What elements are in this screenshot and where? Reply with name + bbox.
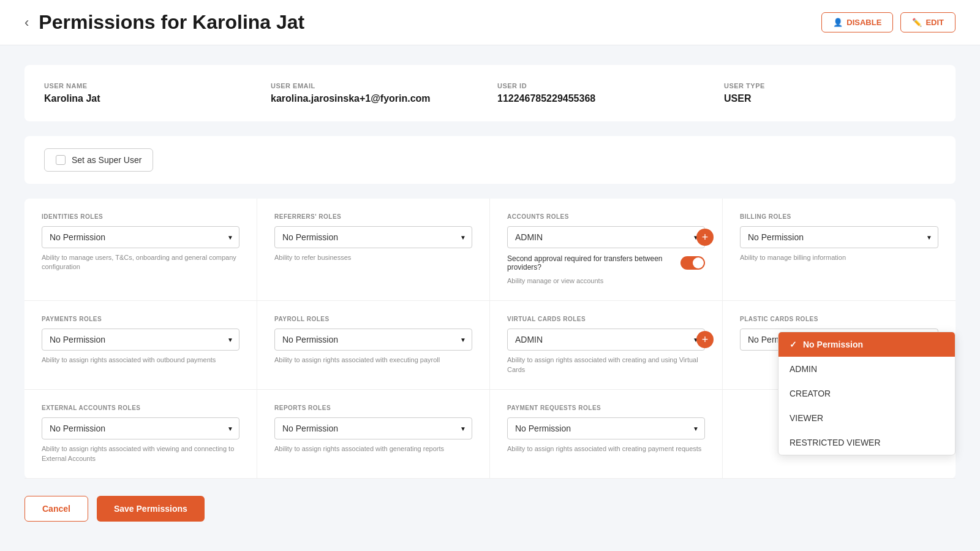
billing-roles-cell: BILLING ROLES No Permission ADMIN CREATO… (723, 199, 956, 301)
accounts-roles-label: ACCOUNTS ROLES (507, 213, 705, 220)
cancel-button[interactable]: Cancel (24, 496, 88, 522)
payment-requests-select-wrapper: No Permission ADMIN CREATOR VIEWER RESTR… (507, 417, 705, 439)
user-email-value: karolina.jarosinska+1@fyorin.com (271, 93, 431, 104)
back-button[interactable]: ‹ (24, 15, 29, 31)
identities-roles-cell: IDENTITIES ROLES No Permission ADMIN CRE… (24, 199, 257, 301)
payment-requests-description: Ability to assign rights associated with… (507, 444, 705, 454)
user-id-label: USER ID (497, 82, 709, 89)
disable-label: DISABLE (846, 18, 881, 27)
external-accounts-roles-label: EXTERNAL ACCOUNTS ROLES (42, 405, 239, 411)
user-email-field: USER EMAIL karolina.jarosinska+1@fyorin.… (271, 82, 483, 104)
plastic-cards-dropdown-overlay: ✓ No Permission ADMIN CREATOR VIEWER RES… (778, 332, 956, 455)
reports-description: Ability to assign rights associated with… (274, 444, 472, 454)
external-accounts-select[interactable]: No Permission ADMIN CREATOR VIEWER RESTR… (42, 417, 239, 439)
payroll-roles-cell: PAYROLL ROLES No Permission ADMIN CREATO… (257, 301, 490, 390)
user-name-field: USER NAME Karolina Jat (44, 82, 256, 104)
accounts-select[interactable]: No Permission ADMIN CREATOR VIEWER RESTR… (507, 226, 705, 248)
user-info-section: USER NAME Karolina Jat USER EMAIL karoli… (24, 65, 956, 121)
payroll-roles-label: PAYROLL ROLES (274, 316, 472, 322)
virtual-cards-description: Ability to assign rights associated with… (507, 355, 705, 374)
super-user-button[interactable]: Set as Super User (44, 148, 153, 172)
referrers-select-wrapper: No Permission ADMIN CREATOR VIEWER RESTR… (274, 226, 472, 248)
dropdown-option-admin[interactable]: ADMIN (778, 357, 955, 381)
payments-select-wrapper: No Permission ADMIN CREATOR VIEWER RESTR… (42, 329, 239, 351)
main-content: USER NAME Karolina Jat USER EMAIL karoli… (0, 45, 980, 549)
edit-label: EDIT (925, 18, 944, 27)
disable-icon: 👤 (833, 18, 843, 27)
referrers-description: Ability to refer businesses (274, 253, 472, 262)
reports-select-wrapper: No Permission ADMIN CREATOR VIEWER RESTR… (274, 417, 472, 439)
payment-requests-roles-label: PAYMENT REQUESTS ROLES (507, 405, 705, 411)
payments-roles-label: PAYMENTS ROLES (42, 316, 239, 322)
user-type-label: USER TYPE (724, 82, 936, 89)
edit-icon: ✏️ (912, 18, 922, 27)
reports-roles-cell: REPORTS ROLES No Permission ADMIN CREATO… (257, 390, 490, 479)
user-name-label: USER NAME (44, 82, 256, 89)
virtual-cards-roles-label: VIRTUAL CARDS ROLES (507, 316, 705, 322)
user-id-field: USER ID 112246785229455368 (497, 82, 709, 104)
payment-requests-roles-cell: PAYMENT REQUESTS ROLES No Permission ADM… (490, 390, 723, 479)
save-button[interactable]: Save Permissions (97, 496, 205, 522)
referrers-roles-cell: REFERRERS' ROLES No Permission ADMIN CRE… (257, 199, 490, 301)
header-actions: 👤 DISABLE ✏️ EDIT (821, 12, 956, 32)
header-left: ‹ Permissions for Karolina Jat (24, 11, 304, 34)
referrers-select[interactable]: No Permission ADMIN CREATOR VIEWER RESTR… (274, 226, 472, 248)
accounts-description: Ability manage or view accounts (507, 276, 705, 286)
accounts-toggle-label: Second approval required for transfers b… (507, 254, 676, 272)
identities-description: Ability to manage users, T&Cs, onboardin… (42, 253, 239, 272)
accounts-select-wrapper: No Permission ADMIN CREATOR VIEWER RESTR… (507, 226, 705, 248)
external-accounts-select-wrapper: No Permission ADMIN CREATOR VIEWER RESTR… (42, 417, 239, 439)
payments-roles-cell: PAYMENTS ROLES No Permission ADMIN CREAT… (24, 301, 257, 390)
accounts-toggle[interactable] (680, 256, 705, 270)
edit-button[interactable]: ✏️ EDIT (900, 12, 956, 32)
virtual-cards-select-wrapper: No Permission ADMIN CREATOR VIEWER RESTR… (507, 329, 705, 351)
dropdown-option-no-permission[interactable]: ✓ No Permission (778, 332, 955, 357)
super-user-label: Set as Super User (72, 155, 141, 165)
super-user-checkbox[interactable] (56, 155, 66, 165)
dropdown-option-restricted-viewer-label: RESTRICTED VIEWER (790, 438, 881, 447)
virtual-cards-select[interactable]: No Permission ADMIN CREATOR VIEWER RESTR… (507, 329, 705, 351)
dropdown-option-creator[interactable]: CREATOR (778, 381, 955, 406)
payroll-description: Ability to assign rights associated with… (274, 355, 472, 365)
dropdown-option-viewer-label: VIEWER (790, 413, 823, 423)
virtual-cards-roles-cell: VIRTUAL CARDS ROLES No Permission ADMIN … (490, 301, 723, 390)
user-id-value: 112246785229455368 (497, 93, 595, 104)
roles-grid: IDENTITIES ROLES No Permission ADMIN CRE… (24, 199, 956, 479)
user-name-value: Karolina Jat (44, 93, 100, 104)
dropdown-option-no-permission-label: No Permission (803, 340, 863, 349)
external-accounts-description: Ability to assign rights associated with… (42, 444, 239, 463)
dropdown-option-creator-label: CREATOR (790, 389, 831, 398)
virtual-cards-plus-button[interactable]: + (696, 331, 714, 348)
referrers-roles-label: REFERRERS' ROLES (274, 213, 472, 220)
user-email-label: USER EMAIL (271, 82, 483, 89)
payment-requests-select[interactable]: No Permission ADMIN CREATOR VIEWER RESTR… (507, 417, 705, 439)
external-accounts-roles-cell: EXTERNAL ACCOUNTS ROLES No Permission AD… (24, 390, 257, 479)
disable-button[interactable]: 👤 DISABLE (821, 12, 893, 32)
user-type-field: USER TYPE USER (724, 82, 936, 104)
payroll-select[interactable]: No Permission ADMIN CREATOR VIEWER RESTR… (274, 329, 472, 351)
dropdown-option-viewer[interactable]: VIEWER (778, 406, 955, 430)
billing-select[interactable]: No Permission ADMIN CREATOR VIEWER RESTR… (740, 226, 938, 248)
user-type-value: USER (724, 93, 751, 104)
billing-roles-label: BILLING ROLES (740, 213, 938, 220)
identities-select[interactable]: No Permission ADMIN CREATOR VIEWER RESTR… (42, 226, 239, 248)
accounts-plus-button[interactable]: + (696, 229, 714, 246)
page-title: Permissions for Karolina Jat (39, 11, 304, 34)
dropdown-option-admin-label: ADMIN (790, 364, 817, 374)
payments-description: Ability to assign rights associated with… (42, 355, 239, 365)
header: ‹ Permissions for Karolina Jat 👤 DISABLE… (0, 0, 980, 45)
reports-roles-label: REPORTS ROLES (274, 405, 472, 411)
plastic-cards-roles-cell: PLASTIC CARDS ROLES No Permission ADMIN … (723, 301, 956, 390)
billing-description: Ability to manage billing information (740, 253, 938, 262)
dropdown-option-restricted-viewer[interactable]: RESTRICTED VIEWER (778, 430, 955, 455)
check-icon: ✓ (790, 340, 797, 349)
plastic-cards-roles-label: PLASTIC CARDS ROLES (740, 316, 938, 322)
bottom-actions: Cancel Save Permissions (24, 479, 956, 529)
billing-select-wrapper: No Permission ADMIN CREATOR VIEWER RESTR… (740, 226, 938, 248)
payments-select[interactable]: No Permission ADMIN CREATOR VIEWER RESTR… (42, 329, 239, 351)
identities-select-wrapper: No Permission ADMIN CREATOR VIEWER RESTR… (42, 226, 239, 248)
super-user-section: Set as Super User (24, 136, 956, 184)
reports-select[interactable]: No Permission ADMIN CREATOR VIEWER RESTR… (274, 417, 472, 439)
accounts-toggle-row: Second approval required for transfers b… (507, 254, 705, 272)
identities-roles-label: IDENTITIES ROLES (42, 213, 239, 220)
